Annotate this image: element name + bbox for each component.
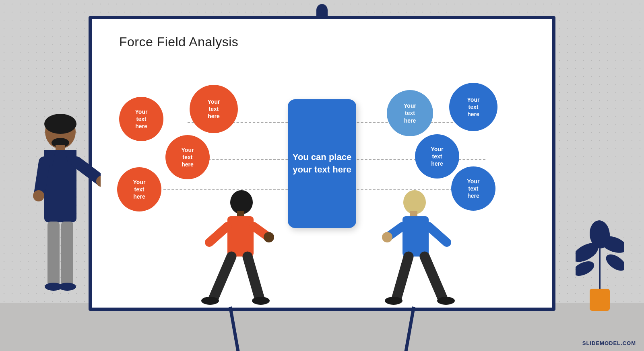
board-frame: Force Field Analysis You can place your … — [89, 16, 555, 311]
svg-rect-17 — [237, 211, 244, 217]
circle-orange-2-text: Yourtexthere — [208, 98, 220, 120]
presenter-figure — [20, 110, 101, 311]
circle-blue-2: Yourtexthere — [449, 83, 497, 131]
circle-orange-1: Yourtexthere — [119, 97, 163, 141]
dashed-line-5 — [341, 159, 485, 160]
circle-orange-2: Yourtexthere — [190, 85, 238, 133]
circle-blue-4-text: Yourtexthere — [467, 178, 480, 200]
svg-line-29 — [429, 226, 447, 242]
board-title: Force Field Analysis — [119, 35, 238, 49]
svg-point-31 — [382, 232, 392, 242]
svg-point-41 — [603, 251, 624, 274]
circle-orange-1-text: Yourtexthere — [135, 108, 148, 130]
svg-rect-36 — [590, 289, 610, 311]
svg-rect-28 — [402, 216, 429, 257]
whiteboard-container: Force Field Analysis You can place your … — [89, 16, 555, 311]
svg-point-26 — [403, 190, 426, 214]
svg-line-10 — [39, 162, 44, 194]
circle-orange-3-text: Yourtexthere — [182, 146, 194, 168]
board-content: Force Field Analysis You can place your … — [95, 23, 549, 304]
svg-point-16 — [230, 190, 253, 214]
svg-rect-18 — [227, 216, 254, 257]
svg-point-25 — [252, 297, 270, 305]
circle-blue-3-text: Yourtexthere — [431, 146, 444, 168]
svg-point-21 — [264, 232, 274, 242]
svg-point-34 — [437, 297, 455, 305]
center-box[interactable]: You can place your text here — [288, 99, 356, 228]
board-pin — [316, 4, 328, 16]
circle-blue-3: Yourtexthere — [415, 134, 459, 179]
svg-line-19 — [209, 226, 227, 242]
pusher-right-figure — [378, 190, 451, 311]
circle-blue-1: Yourtexthere — [387, 90, 433, 136]
svg-line-32 — [425, 257, 443, 299]
circle-orange-3: Yourtexthere — [165, 135, 210, 179]
center-text: You can place your text here — [288, 151, 356, 176]
svg-rect-12 — [47, 222, 60, 286]
circle-blue-1-text: Yourtexthere — [404, 102, 416, 124]
svg-rect-27 — [410, 211, 417, 217]
plant — [576, 200, 624, 313]
circle-orange-4-text: Yourtexthere — [133, 179, 146, 201]
svg-point-15 — [58, 283, 76, 291]
svg-point-35 — [385, 297, 402, 305]
circle-orange-4: Yourtexthere — [117, 167, 161, 211]
pusher-left-figure — [197, 190, 270, 311]
svg-line-23 — [248, 257, 260, 299]
svg-line-8 — [76, 162, 101, 180]
svg-rect-13 — [61, 222, 73, 286]
svg-point-11 — [33, 190, 44, 201]
svg-line-33 — [396, 257, 409, 299]
circle-blue-2-text: Yourtexthere — [467, 96, 480, 118]
svg-point-24 — [201, 297, 219, 305]
svg-point-1 — [44, 114, 76, 134]
watermark: SLIDEMODEL.COM — [582, 340, 636, 346]
svg-line-22 — [213, 257, 231, 299]
